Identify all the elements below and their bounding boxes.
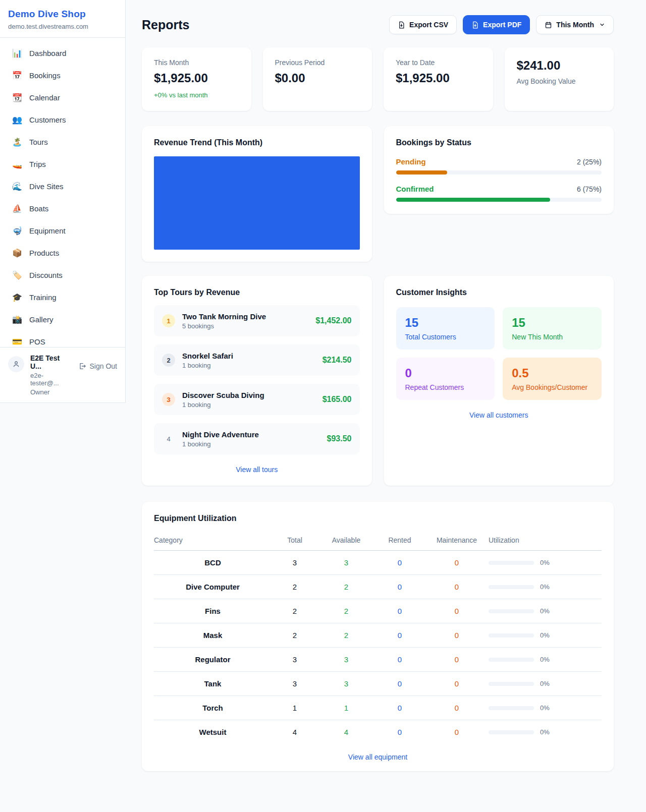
stat-label: Previous Period [275,59,360,67]
utilization-bar [489,633,534,637]
sidebar-item-boats[interactable]: ⛵ Boats [7,199,118,218]
cell-total: 2 [272,623,318,648]
people-icon: 👥 [12,115,22,125]
utilization-percent: 0% [540,607,550,615]
sidebar-item-training[interactable]: 🎓 Training [7,288,118,307]
stat-card-this-month: This Month $1,925.00 +0% vs last month [142,47,251,111]
calendar-icon [545,21,552,29]
tour-bookings: 1 booking [182,440,320,448]
tour-bookings: 1 booking [182,362,315,369]
file-download-icon [471,21,479,29]
top-tours-card: Top Tours by Revenue 1 Two Tank Morning … [142,276,372,486]
package-icon: 📦 [12,248,22,258]
tile-new-this-month: 15 New This Month [503,307,602,350]
sidebar-item-bookings[interactable]: 📅 Bookings [7,66,118,85]
tile-value: 15 [512,316,593,330]
tour-revenue: $93.50 [327,434,352,443]
sidebar-item-tours[interactable]: 🏝️ Tours [7,133,118,151]
sidebar-item-equipment[interactable]: 🤿 Equipment [7,221,118,240]
tour-row: 4 Night Dive Adventure 1 booking $93.50 [154,423,360,454]
utilization-bar [489,730,534,734]
stat-label: This Month [154,59,239,67]
status-label: Confirmed [396,185,434,193]
cell-total: 2 [272,599,318,623]
sidebar-item-label: POS [29,337,45,346]
utilization-bar [489,706,534,710]
sidebar-item-trips[interactable]: 🚤 Trips [7,155,118,173]
table-row: Dive Computer 2 2 0 0 0% [154,575,602,599]
column-header-total: Total [272,531,318,551]
status-row-confirmed: Confirmed 6 (75%) [396,185,602,202]
island-icon: 🏝️ [12,137,22,147]
shop-name: Demo Dive Shop [8,9,117,20]
table-row: Tank 3 3 0 0 0% [154,672,602,696]
tour-name: Snorkel Safari [182,352,315,360]
cell-total: 3 [272,672,318,696]
sidebar-item-products[interactable]: 📦 Products [7,244,118,262]
stat-value: $1,925.00 [154,71,239,85]
tile-label: Avg Bookings/Customer [512,383,593,391]
column-header-utilization: Utilization [489,531,602,551]
sidebar-item-discounts[interactable]: 🏷️ Discounts [7,266,118,284]
period-dropdown[interactable]: This Month [536,15,614,34]
column-header-rented: Rented [374,531,425,551]
sidebar-item-customers[interactable]: 👥 Customers [7,110,118,129]
utilization-percent: 0% [540,583,550,591]
sidebar-item-label: Boats [29,204,48,213]
revenue-trend-chart [154,156,360,250]
table-row: BCD 3 3 0 0 0% [154,551,602,575]
equipment-table: Category Total Available Rented Maintena… [154,531,602,744]
export-csv-button[interactable]: Export CSV [389,15,457,34]
customer-insights-title: Customer Insights [396,288,602,297]
sidebar-item-pos[interactable]: 💳 POS [7,332,118,347]
tear-off-calendar-icon: 📆 [12,93,22,102]
customer-insights-card: Customer Insights 15 Total Customers 15 … [384,276,614,486]
user-role: Owner [30,388,72,396]
sidebar-item-label: Training [29,293,57,302]
status-value: 6 (75%) [577,185,602,193]
column-header-available: Available [318,531,374,551]
stat-card-previous-period: Previous Period $0.00 [263,47,372,111]
utilization-percent: 0% [540,728,550,736]
cell-maintenance: 0 [425,575,489,599]
sidebar-item-label: Customers [29,115,66,124]
stat-change: +0% vs last month [154,91,239,99]
bar-chart-icon: 📊 [12,48,22,58]
tour-row: 3 Discover Scuba Diving 1 booking $165.0… [154,384,360,415]
tour-row: 1 Two Tank Morning Dive 5 bookings $1,45… [154,305,360,336]
cell-available: 2 [318,575,374,599]
export-pdf-button[interactable]: Export PDF [463,15,530,34]
tour-revenue: $1,452.00 [315,316,351,325]
bookings-by-status-card: Bookings by Status Pending 2 (25%) Confi… [384,126,614,214]
sidebar-item-calendar[interactable]: 📆 Calendar [7,88,118,107]
status-label: Pending [396,157,426,166]
tour-name: Discover Scuba Diving [182,391,315,399]
cell-available: 2 [318,623,374,648]
sign-out-label: Sign Out [90,362,117,370]
tour-bookings: 5 bookings [182,322,308,330]
wave-icon: 🌊 [12,182,22,191]
cell-maintenance: 0 [425,672,489,696]
stat-value: $0.00 [275,71,360,85]
cell-total: 4 [272,720,318,744]
status-progress-track [396,198,602,202]
cell-total: 1 [272,696,318,720]
sidebar-item-dive-sites[interactable]: 🌊 Dive Sites [7,177,118,196]
graduation-cap-icon: 🎓 [12,293,22,302]
view-all-equipment-link[interactable]: View all equipment [154,753,602,761]
sidebar-item-gallery[interactable]: 📸 Gallery [7,310,118,329]
tile-avg-bookings-customer: 0.5 Avg Bookings/Customer [503,358,602,400]
view-all-customers-link[interactable]: View all customers [396,411,602,419]
cell-rented: 0 [374,623,425,648]
cell-category: Regulator [154,648,272,672]
revenue-trend-title: Revenue Trend (This Month) [154,138,360,147]
cell-available: 3 [318,672,374,696]
utilization-percent: 0% [540,559,550,566]
view-all-tours-link[interactable]: View all tours [154,466,360,474]
table-row: Mask 2 2 0 0 0% [154,623,602,648]
cell-rented: 0 [374,696,425,720]
sidebar-item-dashboard[interactable]: 📊 Dashboard [7,44,118,63]
tile-label: Total Customers [405,333,486,341]
sign-out-button[interactable]: Sign Out [78,362,117,370]
stat-card-year-to-date: Year to Date $1,925.00 [384,47,493,111]
